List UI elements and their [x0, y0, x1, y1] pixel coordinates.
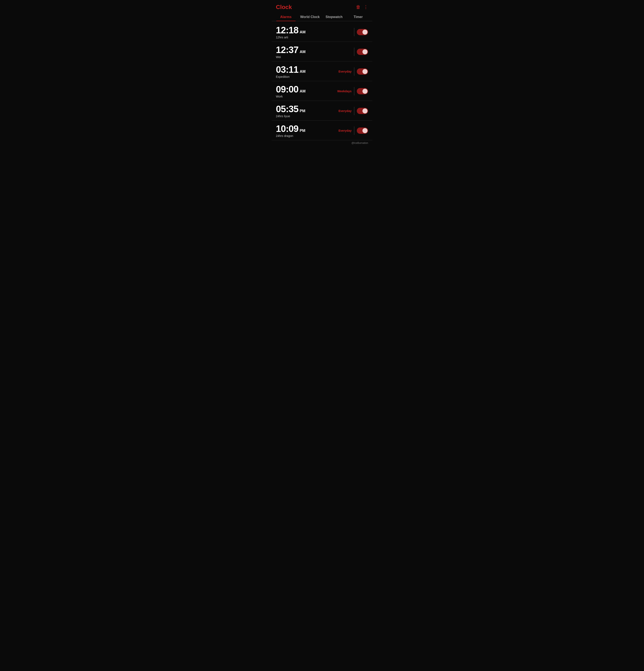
alarm-left-0: 12:18 AM 12hrs arti — [276, 25, 354, 39]
toggle-track-1 — [357, 49, 368, 55]
alarm-toggle-3[interactable] — [357, 88, 368, 94]
toggle-thumb-5 — [362, 128, 368, 133]
alarm-left-3: 09:00 AM Work — [276, 84, 337, 98]
alarm-right-3: Weekdays — [337, 87, 368, 96]
alarm-period-5: PM — [300, 128, 306, 133]
app-title: Clock — [276, 4, 292, 11]
toggle-thumb-1 — [362, 49, 368, 54]
alarm-toggle-5[interactable] — [357, 127, 368, 134]
alarm-period-1: AM — [300, 50, 306, 54]
toggle-thumb-0 — [362, 29, 368, 35]
toggle-thumb-2 — [362, 69, 368, 74]
toggle-track-0 — [357, 29, 368, 35]
alarm-period-4: PM — [300, 109, 306, 113]
alarm-label-0: 12hrs arti — [276, 36, 354, 39]
alarm-label-3: Work — [276, 95, 337, 98]
alarm-right-4: Everyday — [338, 107, 368, 115]
alarm-left-2: 03:11 AM Expedition — [276, 64, 338, 78]
alarm-repeat-5: Everyday — [338, 129, 351, 132]
alarm-label-2: Expedition — [276, 75, 338, 78]
alarm-toggle-2[interactable] — [357, 68, 368, 75]
more-icon[interactable]: ⋮ — [363, 4, 368, 10]
alarm-repeat-2: Everyday — [338, 70, 351, 73]
trash-icon[interactable]: 🗑 — [356, 4, 361, 10]
alarm-time-4: 05:35 — [276, 104, 298, 114]
alarm-item-1[interactable]: 12:37 AM Wei — [272, 42, 372, 61]
alarm-time-2: 03:11 — [276, 64, 298, 75]
alarm-toggle-4[interactable] — [357, 108, 368, 114]
alarm-label-5: 24hrs dragon — [276, 134, 338, 138]
alarm-right-5: Everyday — [338, 126, 368, 135]
alarm-time-3: 09:00 — [276, 84, 298, 94]
tab-alarms[interactable]: Alarms — [274, 13, 298, 21]
watermark: @IceBurnation — [272, 140, 372, 147]
alarm-time-1: 12:37 — [276, 45, 298, 55]
alarm-left-5: 10:09 PM 24hrs dragon — [276, 124, 338, 138]
alarm-left-1: 12:37 AM Wei — [276, 45, 354, 59]
alarm-period-2: AM — [300, 69, 306, 74]
toggle-thumb-4 — [362, 109, 368, 113]
tab-world-clock[interactable]: World Clock — [298, 13, 322, 21]
alarm-item-4[interactable]: 05:35 PM 24hrs liyue Everyday — [272, 101, 372, 121]
alarm-toggle-0[interactable] — [357, 29, 368, 35]
alarm-list: 12:18 AM 12hrs arti 12:37 AM — [272, 22, 372, 140]
toggle-track-3 — [357, 88, 368, 94]
alarm-right-2: Everyday — [338, 67, 368, 76]
tab-stopwatch[interactable]: Stopwatch — [322, 13, 346, 21]
alarm-item-3[interactable]: 09:00 AM Work Weekdays — [272, 81, 372, 101]
alarm-label-1: Wei — [276, 55, 354, 59]
alarm-label-4: 24hrs liyue — [276, 114, 338, 118]
toggle-track-4 — [357, 108, 368, 114]
alarm-period-3: AM — [300, 89, 306, 93]
alarm-item-5[interactable]: 10:09 PM 24hrs dragon Everyday — [272, 121, 372, 140]
toggle-track-5 — [357, 127, 368, 134]
alarm-left-4: 05:35 PM 24hrs liyue — [276, 104, 338, 118]
alarm-repeat-4: Everyday — [338, 109, 351, 113]
tab-timer[interactable]: Timer — [346, 13, 370, 21]
alarm-period-0: AM — [300, 30, 306, 34]
header: Clock 🗑 ⋮ — [272, 0, 372, 13]
alarm-item-2[interactable]: 03:11 AM Expedition Everyday — [272, 61, 372, 81]
alarm-time-0: 12:18 — [276, 25, 298, 36]
tab-bar: AlarmsWorld ClockStopwatchTimer — [272, 13, 372, 21]
alarm-right-0 — [354, 28, 368, 36]
toggle-thumb-3 — [362, 89, 368, 94]
alarm-item-0[interactable]: 12:18 AM 12hrs arti — [272, 22, 372, 42]
alarm-repeat-3: Weekdays — [337, 90, 351, 93]
alarm-time-5: 10:09 — [276, 124, 298, 134]
toggle-track-2 — [357, 68, 368, 75]
alarm-right-1 — [354, 48, 368, 56]
alarm-toggle-1[interactable] — [357, 49, 368, 55]
